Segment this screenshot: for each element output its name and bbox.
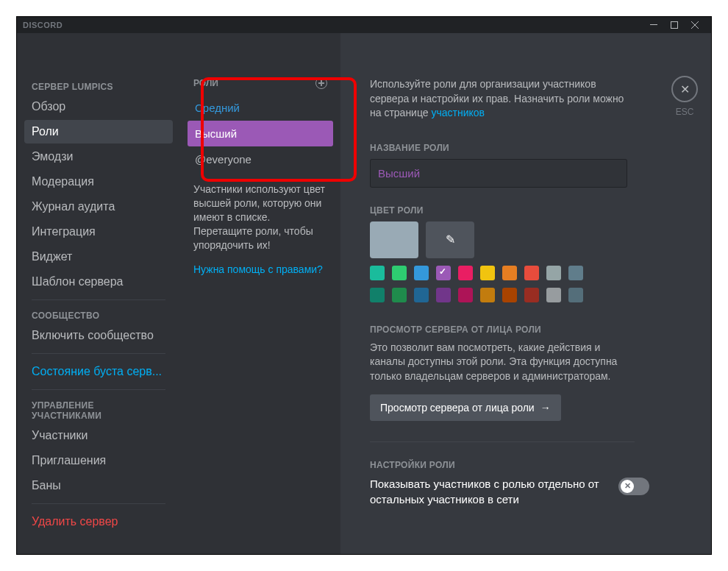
sidebar-separator (32, 389, 165, 390)
close-window-button[interactable] (685, 17, 705, 33)
custom-color-swatch[interactable]: ✎ (426, 221, 474, 258)
sidebar-item-boost-status[interactable]: Состояние буста серв... (24, 360, 173, 383)
maximize-button[interactable] (664, 17, 685, 33)
esc-label: ESC (671, 107, 698, 117)
color-swatch[interactable] (370, 266, 385, 280)
sidebar-item[interactable]: Участники (24, 424, 173, 447)
roles-help-text: Участники используют цвет высшей роли, к… (180, 172, 340, 252)
view-as-role-label: ПРОСМОТР СЕРВЕРА ОТ ЛИЦА РОЛИ (370, 324, 682, 335)
sidebar-item[interactable]: Интеграция (24, 220, 173, 244)
sidebar-server-header: СЕРВЕР LUMPICS (24, 77, 173, 95)
color-swatch[interactable] (370, 288, 385, 302)
color-swatch[interactable] (568, 288, 583, 302)
view-as-role-desc: Это позволит вам посмотреть, какие дейст… (370, 341, 635, 384)
roles-header: РОЛИ (193, 78, 218, 88)
role-settings-label: НАСТРОЙКИ РОЛИ (370, 460, 682, 470)
roles-column: РОЛИ СреднийВысший@everyone Участники ис… (180, 33, 340, 554)
sidebar-members-header: УПРАВЛЕНИЕ УЧАСТНИКАМИ (24, 396, 173, 424)
svg-rect-1 (671, 22, 678, 29)
color-swatch[interactable] (458, 266, 473, 280)
sidebar-separator (32, 353, 165, 354)
color-swatch[interactable] (546, 266, 561, 280)
role-list-item[interactable]: Средний (188, 95, 333, 121)
role-settings-panel: ✕ ESC Используйте роли для организации у… (340, 33, 711, 554)
roles-intro: Используйте роли для организации участни… (370, 77, 635, 121)
sidebar-item[interactable]: Журнал аудита (24, 195, 173, 219)
color-swatch[interactable] (436, 266, 451, 280)
roles-help-link[interactable]: Нужна помощь с правами? (180, 252, 340, 275)
app-window: DISCORD СЕРВЕР LUMPICS ОбзорРолиЭмодзиМо… (16, 16, 712, 555)
sidebar-item[interactable]: Эмодзи (24, 145, 173, 169)
close-settings-button[interactable]: ✕ (671, 76, 698, 102)
sidebar-separator (32, 503, 165, 504)
sidebar-item[interactable]: Виджет (24, 245, 173, 269)
display-separately-label: Показывать участников с ролью отдельно о… (370, 476, 608, 508)
display-separately-toggle[interactable]: ✕ (618, 478, 649, 495)
sidebar-item[interactable]: Баны (24, 474, 173, 497)
sidebar-item[interactable]: Шаблон сервера (24, 270, 173, 294)
default-color-swatch[interactable] (370, 221, 418, 258)
sidebar-item[interactable]: Роли (24, 120, 173, 143)
view-as-role-button-label: Просмотр сервера от лица роли (380, 402, 535, 414)
sidebar-item-enable-community[interactable]: Включить сообщество (24, 324, 173, 347)
color-swatch[interactable] (414, 288, 429, 302)
sidebar-community-header: СООБЩЕСТВО (24, 306, 173, 324)
members-link[interactable]: участников (431, 107, 485, 118)
color-swatch[interactable] (568, 266, 583, 280)
color-swatch[interactable] (524, 288, 539, 302)
color-swatch[interactable] (546, 288, 561, 302)
role-name-input[interactable]: Высший (370, 159, 627, 188)
app-brand: DISCORD (23, 21, 63, 29)
titlebar: DISCORD (17, 17, 711, 33)
roles-intro-text: Используйте роли для организации участни… (370, 78, 624, 118)
role-list-item[interactable]: @everyone (188, 146, 333, 172)
sidebar-item[interactable]: Приглашения (24, 449, 173, 472)
role-color-label: ЦВЕТ РОЛИ (370, 205, 682, 216)
arrow-right-icon: → (540, 402, 551, 414)
color-swatch[interactable] (436, 288, 451, 302)
add-role-icon[interactable] (315, 77, 327, 89)
minimize-button[interactable] (643, 17, 664, 33)
color-swatch[interactable] (392, 288, 407, 302)
role-list-item[interactable]: Высший (188, 121, 333, 146)
divider (370, 441, 635, 442)
eyedropper-icon: ✎ (446, 233, 455, 247)
color-swatch[interactable] (392, 266, 407, 280)
color-swatch[interactable] (502, 288, 517, 302)
svg-rect-0 (650, 24, 657, 25)
color-swatch[interactable] (524, 266, 539, 280)
color-swatch[interactable] (480, 288, 495, 302)
role-name-label: НАЗВАНИЕ РОЛИ (370, 143, 682, 153)
color-swatch[interactable] (414, 266, 429, 280)
sidebar-item[interactable]: Модерация (24, 170, 173, 194)
color-swatch[interactable] (458, 288, 473, 302)
sidebar-separator (32, 299, 165, 300)
sidebar-item-delete-server[interactable]: Удалить сервер (24, 510, 173, 533)
color-swatch[interactable] (502, 266, 517, 280)
settings-sidebar: СЕРВЕР LUMPICS ОбзорРолиЭмодзиМодерацияЖ… (17, 33, 180, 554)
sidebar-item[interactable]: Обзор (24, 95, 173, 118)
view-as-role-button[interactable]: Просмотр сервера от лица роли → (370, 394, 561, 421)
color-swatch[interactable] (480, 266, 495, 280)
